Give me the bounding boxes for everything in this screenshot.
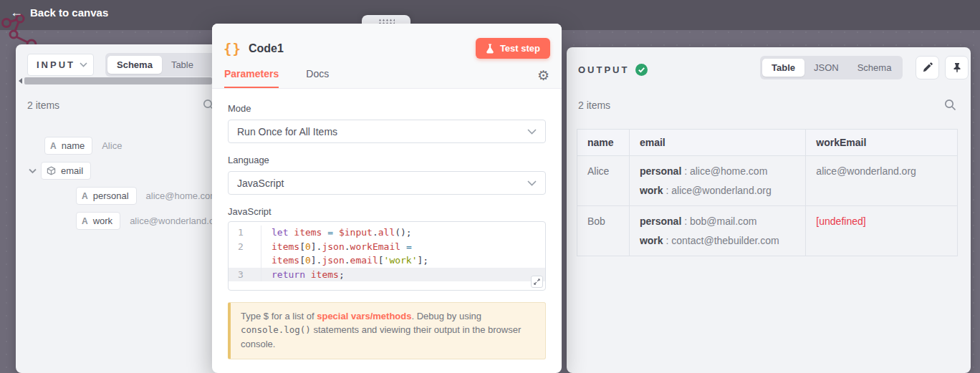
settings-gear-icon[interactable]: ⚙	[537, 69, 549, 88]
hint-code: console.log()	[241, 324, 311, 335]
language-value: JavaScript	[237, 178, 284, 189]
edit-output-button[interactable]	[916, 56, 939, 79]
schema-row-name[interactable]: A name Alice	[16, 133, 222, 158]
mode-label: Mode	[228, 103, 546, 114]
schema-value: alice@home.com	[146, 190, 218, 201]
code-editor[interactable]: 1let items = $input.all();2items[0].json…	[228, 221, 546, 291]
flask-icon	[486, 44, 494, 54]
expand-editor-button[interactable]	[531, 276, 543, 288]
schema-row-email[interactable]: email	[16, 158, 222, 183]
collapse-chevron-icon[interactable]	[29, 168, 37, 174]
column-header-name: name	[577, 130, 630, 156]
line-number: 2	[229, 240, 261, 254]
language-select[interactable]: JavaScript	[228, 171, 546, 195]
input-view-tabs: Schema Table JSON	[105, 53, 222, 77]
node-title[interactable]: Code1	[249, 42, 284, 55]
input-items-count: 2 items	[27, 100, 59, 111]
output-view-tabs: Table JSON Schema	[760, 56, 903, 79]
code-node-modal: {} Code1 Test step Parameters Docs ⚙ Mod…	[212, 24, 562, 373]
cell-name: Alice	[577, 156, 630, 206]
cell-name: Bob	[577, 206, 630, 256]
cell-workEmail: alice@wonderland.org	[806, 156, 958, 206]
output-tab-schema[interactable]: Schema	[848, 59, 901, 77]
test-step-button[interactable]: Test step	[476, 38, 550, 59]
schema-row-work[interactable]: A work alice@wonderland.org	[16, 208, 222, 233]
scrollbar-thumb[interactable]	[24, 77, 212, 84]
pin-data-button[interactable]	[945, 56, 969, 79]
code-text: return items;	[261, 268, 345, 282]
code-line[interactable]: items[0].json.email['work'];	[229, 253, 545, 268]
special-vars-link[interactable]: special vars/methods	[317, 311, 411, 321]
output-items-count: 2 items	[578, 100, 610, 111]
schema-row-personal[interactable]: A personal alice@home.com	[16, 183, 222, 208]
object-type-icon	[47, 166, 56, 175]
column-header-email: email	[629, 130, 805, 156]
output-tab-json[interactable]: JSON	[804, 59, 848, 77]
schema-key: work	[93, 215, 112, 226]
chevron-down-icon	[527, 129, 537, 135]
mode-value: Run Once for All Items	[237, 126, 337, 137]
schema-key-pill: A work	[76, 212, 120, 230]
tab-docs[interactable]: Docs	[306, 68, 329, 88]
language-label: Language	[228, 155, 546, 165]
code-line[interactable]: 1let items = $input.all();	[229, 226, 545, 240]
line-number: 1	[229, 226, 261, 240]
chevron-down-icon	[80, 62, 87, 67]
code-line[interactable]: 2items[0].json.workEmail =	[229, 240, 545, 254]
back-to-canvas-button[interactable]: ← Back to canvas	[10, 6, 108, 19]
schema-value: Alice	[102, 140, 122, 151]
hint-text: . Debug by using	[411, 311, 481, 321]
string-type-icon: A	[50, 141, 57, 151]
table-header-row: name email workEmail	[577, 130, 958, 156]
schema-key-pill: A personal	[76, 187, 137, 205]
table-row[interactable]: Alicepersonal : alice@home.comwork : ali…	[577, 156, 958, 206]
string-type-icon: A	[82, 191, 88, 201]
input-tab-schema[interactable]: Schema	[107, 56, 162, 74]
code-text: let items = $input.all();	[261, 226, 412, 240]
code-text: items[0].json.workEmail =	[261, 240, 412, 254]
output-tab-table[interactable]: Table	[762, 59, 804, 77]
output-search-icon[interactable]	[944, 99, 956, 111]
pencil-icon	[922, 62, 933, 73]
scroll-left-arrow-icon[interactable]	[19, 78, 22, 84]
cell-email: personal : alice@home.comwork : alice@wo…	[629, 156, 805, 206]
line-number: 3	[229, 268, 261, 282]
modal-header: {} Code1 Test step Parameters Docs ⚙	[212, 24, 562, 89]
hint-text: Type $ for a list of	[241, 311, 317, 321]
schema-key: email	[61, 165, 83, 176]
output-panel: OUTPUT Table JSON Schema 2 items name	[567, 47, 971, 373]
schema-value: alice@wonderland.org	[130, 215, 222, 226]
input-panel-header: INPUT Schema Table JSON	[27, 53, 222, 77]
schema-key-pill: A name	[44, 137, 92, 155]
cell-workEmail: [undefined]	[806, 206, 958, 256]
back-to-canvas-label: Back to canvas	[30, 6, 108, 19]
column-header-workEmail: workEmail	[806, 130, 958, 156]
cell-email: personal : bob@mail.comwork : contact@th…	[629, 206, 805, 256]
string-type-icon: A	[82, 216, 88, 226]
pin-icon	[952, 62, 962, 73]
parameters-form: Mode Run Once for All Items Language Jav…	[212, 89, 562, 359]
output-table: name email workEmail Alicepersonal : ali…	[577, 129, 958, 256]
success-check-icon	[635, 64, 648, 76]
tab-parameters[interactable]: Parameters	[224, 68, 279, 88]
schema-key: name	[62, 140, 85, 151]
chevron-down-icon	[527, 180, 537, 186]
line-number	[229, 253, 261, 268]
mode-select[interactable]: Run Once for All Items	[228, 120, 546, 143]
input-tab-table[interactable]: Table	[162, 56, 203, 74]
drag-dots-icon	[378, 18, 395, 24]
code-editor-label: JavaScript	[228, 206, 546, 217]
back-arrow-icon: ←	[10, 6, 23, 19]
input-selector-dropdown[interactable]: INPUT	[27, 54, 94, 76]
expand-icon	[533, 278, 541, 286]
code-hint-callout: Type $ for a list of special vars/method…	[228, 302, 546, 359]
input-panel: INPUT Schema Table JSON 2 items A name	[16, 44, 222, 373]
code-node-icon: {}	[224, 41, 241, 57]
table-row[interactable]: Bobpersonal : bob@mail.comwork : contact…	[577, 206, 958, 256]
schema-key-pill: email	[41, 162, 91, 180]
modal-tab-bar: Parameters Docs ⚙	[224, 68, 550, 88]
schema-key: personal	[93, 190, 129, 201]
input-horizontal-scrollbar[interactable]	[19, 77, 222, 85]
code-text: items[0].json.email['work'];	[261, 253, 428, 268]
code-line[interactable]: 3return items;	[229, 268, 545, 282]
